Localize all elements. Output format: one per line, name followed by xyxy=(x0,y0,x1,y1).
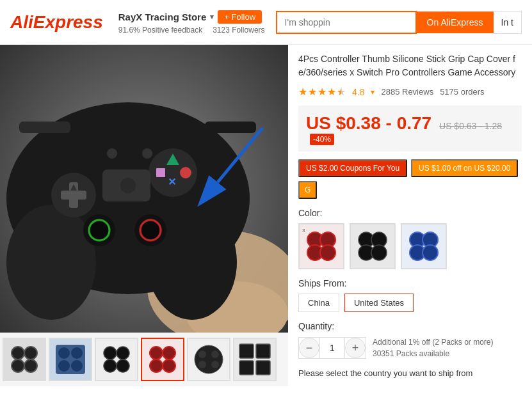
quantity-value: 1 xyxy=(319,338,345,358)
main-product-image[interactable]: ✕ xyxy=(0,45,288,333)
original-price: US $0.63 - 1.28 xyxy=(439,121,502,131)
orders-count: 5175 orders xyxy=(440,87,484,97)
quantity-decrease-button[interactable]: − xyxy=(299,338,319,358)
svg-rect-57 xyxy=(300,224,343,268)
svg-point-24 xyxy=(107,148,117,159)
thumbnail-3[interactable] xyxy=(95,338,138,381)
svg-text:3: 3 xyxy=(302,228,305,233)
svg-point-38 xyxy=(58,360,70,372)
svg-point-25 xyxy=(142,148,152,159)
star-rating: ★ ★ ★ ★ ★★ xyxy=(298,86,346,98)
svg-point-48 xyxy=(195,345,223,373)
svg-rect-54 xyxy=(256,344,270,358)
search-area: On AliExpress In t xyxy=(276,11,522,34)
qty-discount-info: Additional 1% off (2 Packs or more) xyxy=(373,336,494,348)
svg-point-17 xyxy=(90,221,108,239)
rating-value: 4.8 xyxy=(352,87,364,97)
svg-point-45 xyxy=(163,347,175,359)
svg-point-34 xyxy=(24,359,37,372)
svg-point-44 xyxy=(150,347,163,359)
color-section: Color: 3 xyxy=(298,208,522,269)
store-name-label[interactable]: RayX Tracing Store xyxy=(118,12,207,22)
controller-svg: ✕ xyxy=(0,45,288,333)
thumbnail-2[interactable] xyxy=(49,338,92,381)
svg-point-67 xyxy=(371,245,387,260)
ships-from-section: Ships From: China United States xyxy=(298,278,522,312)
svg-rect-55 xyxy=(239,361,254,375)
aliexpress-logo[interactable]: AliExpress xyxy=(10,12,103,33)
star-3: ★ xyxy=(318,86,326,98)
svg-rect-14 xyxy=(156,168,165,177)
current-price: US $0.38 - 0.77 xyxy=(306,113,431,133)
ships-from-label: Ships From: xyxy=(298,278,522,288)
price-section: US $0.38 - 0.77 US $0.63 - 1.28 -40% xyxy=(298,106,522,152)
color-swatch-3[interactable] xyxy=(401,223,447,269)
rating-row: ★ ★ ★ ★ ★★ 4.8 ▾ 2885 Reviews 5175 order… xyxy=(298,86,522,98)
quantity-section: Quantity: − 1 + Additional 1% off (2 Pac… xyxy=(298,321,522,359)
coupon-more[interactable]: G xyxy=(298,181,317,199)
svg-point-26 xyxy=(120,178,136,193)
feedback-label: 91.6% Positive feedback xyxy=(118,26,202,35)
svg-point-39 xyxy=(71,360,83,372)
qty-availability-info: 30351 Packs available xyxy=(373,348,494,359)
reviews-count[interactable]: 2885 Reviews xyxy=(381,87,433,97)
svg-point-52 xyxy=(211,361,219,368)
product-info: 4Pcs Controller Thumb Silicone Stick Gri… xyxy=(288,45,532,386)
thumbnail-4[interactable] xyxy=(141,338,184,381)
ship-china[interactable]: China xyxy=(298,294,339,312)
svg-point-12 xyxy=(180,167,191,178)
svg-point-37 xyxy=(71,347,83,359)
ship-us[interactable]: United States xyxy=(344,294,414,312)
quantity-increase-button[interactable]: + xyxy=(345,338,366,358)
product-title: 4Pcs Controller Thumb Silicone Stick Gri… xyxy=(298,52,522,79)
thumbnail-strip xyxy=(0,333,288,386)
coupons-row: US $2.00 Coupons For You US $1.00 off on… xyxy=(298,159,522,199)
store-dropdown-arrow[interactable]: ▾ xyxy=(210,13,214,21)
svg-point-41 xyxy=(117,347,129,359)
color-label: Color: xyxy=(298,208,522,218)
discount-badge: -40% xyxy=(310,134,334,145)
svg-point-33 xyxy=(12,359,24,372)
svg-point-40 xyxy=(104,347,117,359)
coupon-1[interactable]: US $2.00 Coupons For You xyxy=(298,159,407,177)
svg-point-42 xyxy=(104,359,117,372)
svg-point-61 xyxy=(320,245,335,260)
store-info: RayX Tracing Store ▾ + Follow 91.6% Posi… xyxy=(118,10,265,35)
search-input[interactable] xyxy=(276,11,417,34)
color-swatch-1[interactable]: 3 xyxy=(298,223,344,269)
color-swatch-2[interactable] xyxy=(350,223,396,269)
svg-point-31 xyxy=(12,347,24,359)
header: AliExpress RayX Tracing Store ▾ + Follow… xyxy=(0,0,532,45)
store-name-row: RayX Tracing Store ▾ + Follow xyxy=(118,10,265,24)
in-button[interactable]: In t xyxy=(494,11,522,34)
store-meta: 91.6% Positive feedback 3123 Followers xyxy=(118,26,265,35)
thumbnail-1[interactable] xyxy=(3,338,46,381)
svg-rect-68 xyxy=(402,224,446,268)
star-1: ★ xyxy=(298,86,307,98)
quantity-label: Quantity: xyxy=(298,321,522,331)
star-4: ★ xyxy=(327,86,336,98)
thumbnail-5[interactable] xyxy=(187,338,230,381)
svg-point-36 xyxy=(58,347,70,359)
follow-button[interactable]: + Follow xyxy=(218,10,262,24)
main-content: ✕ xyxy=(0,45,532,386)
ship-notice: Please select the country you want to sh… xyxy=(298,368,522,378)
coupon-2[interactable]: US $1.00 off on US $20.00 xyxy=(411,159,518,177)
color-options: 3 xyxy=(298,223,522,269)
star-half: ★★ xyxy=(337,86,346,98)
svg-point-50 xyxy=(211,350,219,358)
thumbnail-6[interactable] xyxy=(233,338,277,381)
image-area: ✕ xyxy=(0,45,288,386)
svg-rect-8 xyxy=(61,191,86,200)
svg-point-46 xyxy=(150,359,163,372)
rating-dropdown-icon[interactable]: ▾ xyxy=(371,88,375,97)
svg-point-43 xyxy=(117,359,129,372)
svg-text:✕: ✕ xyxy=(168,177,176,187)
followers-label: 3123 Followers xyxy=(213,26,264,35)
svg-point-51 xyxy=(198,361,206,368)
svg-point-49 xyxy=(198,350,206,358)
search-button[interactable]: On AliExpress xyxy=(417,12,494,33)
svg-point-72 xyxy=(423,245,438,260)
svg-rect-56 xyxy=(256,361,270,375)
svg-point-47 xyxy=(163,359,175,372)
